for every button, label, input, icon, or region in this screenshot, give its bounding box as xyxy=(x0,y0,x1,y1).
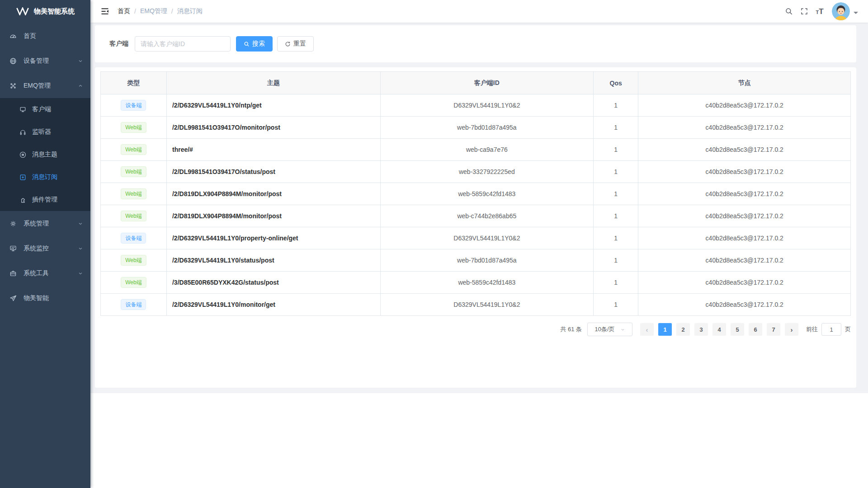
sidebar-item-label: 客户端 xyxy=(32,105,51,113)
topic-cell: /2/D819DLX904P8894M/monitor/post xyxy=(166,183,380,205)
table-body: 设备端 /2/D6329VL54419L1Y0/ntp/get D6329VL5… xyxy=(101,94,851,316)
node-cell: c40b2d8ea5c3@172.17.0.2 xyxy=(638,249,851,272)
topic-cell: /2/D6329VL54419L1Y0/status/post xyxy=(166,249,380,272)
monitor-chart-icon xyxy=(9,244,17,253)
table-row: Web端 /2/D819DLX904P8894M/monitor/post we… xyxy=(101,183,851,205)
pagination: 共 61 条 10条/页 ‹ 1234567 › 前往 页 xyxy=(100,323,851,336)
type-tag: Web端 xyxy=(121,277,146,288)
app-root: 物美智能系统 首页 设备管理 xyxy=(0,0,868,488)
topic-cell: /2/D6329VL54419L1Y0/monitor/get xyxy=(166,294,380,316)
node-cell: c40b2d8ea5c3@172.17.0.2 xyxy=(638,161,851,183)
table-row: Web端 /2/D6329VL54419L1Y0/status/post web… xyxy=(101,249,851,272)
sidebar-item-label: 消息主题 xyxy=(32,150,57,159)
page-button-2[interactable]: 2 xyxy=(676,323,690,336)
sidebar-item-message-subscription[interactable]: 消息订阅 xyxy=(0,166,90,188)
sidebar-menu: 首页 设备管理 EMQ管理 xyxy=(0,23,90,310)
type-cell: Web端 xyxy=(101,139,167,161)
search-icon xyxy=(244,41,250,47)
sidebar-item-system-monitoring[interactable]: 系统监控 xyxy=(0,236,90,261)
page-buttons: 1234567 xyxy=(656,323,783,336)
reset-button[interactable]: 重置 xyxy=(277,36,314,52)
topic-cell: /2/D6329VL54419L1Y0/property-online/get xyxy=(166,227,380,249)
column-header-topic: 主题 xyxy=(166,72,380,94)
client-id-cell: web-7bd01d87a495a xyxy=(380,117,593,139)
sidebar-item-client[interactable]: 客户端 xyxy=(0,98,90,121)
qos-cell: 1 xyxy=(593,139,638,161)
chevron-down-icon xyxy=(620,327,625,332)
type-tag: Web端 xyxy=(121,166,146,177)
globe-icon xyxy=(9,57,17,65)
page-button-6[interactable]: 6 xyxy=(749,323,762,336)
logo-icon xyxy=(16,7,29,15)
table-row: Web端 three/# web-ca9a7e76 1 c40b2d8ea5c3… xyxy=(101,139,851,161)
chevron-down-icon[interactable] xyxy=(854,12,858,16)
next-page-button[interactable]: › xyxy=(785,323,798,336)
chevron-down-icon xyxy=(78,58,83,64)
page-button-3[interactable]: 3 xyxy=(694,323,708,336)
fullscreen-button[interactable] xyxy=(797,0,812,23)
table-header-row: 类型 主题 客户端ID Qos 节点 xyxy=(101,72,851,94)
page-size-select[interactable]: 10条/页 xyxy=(587,323,632,336)
sidebar-item-listener[interactable]: 监听器 xyxy=(0,121,90,143)
prev-page-button[interactable]: ‹ xyxy=(640,323,654,336)
sidebar-item-system-management[interactable]: 系统管理 xyxy=(0,211,90,236)
sidebar-item-emq-management[interactable]: EMQ管理 xyxy=(0,73,90,98)
chevron-up-icon xyxy=(78,83,83,89)
page-button-7[interactable]: 7 xyxy=(767,323,780,336)
search-button[interactable]: 搜索 xyxy=(236,36,273,52)
sidebar-item-label: 系统管理 xyxy=(24,220,49,228)
qos-cell: 1 xyxy=(593,227,638,249)
client-id-cell: D6329VL54419L1Y0&2 xyxy=(380,294,593,316)
page-button-4[interactable]: 4 xyxy=(712,323,726,336)
column-header-client-id: 客户端ID xyxy=(380,72,593,94)
header-search-button[interactable] xyxy=(781,0,797,23)
page-button-1[interactable]: 1 xyxy=(658,323,672,336)
total-count: 共 61 条 xyxy=(560,325,582,333)
breadcrumb-separator: / xyxy=(171,8,173,15)
topic-cell: three/# xyxy=(166,139,380,161)
avatar-image xyxy=(832,2,850,20)
app-logo[interactable]: 物美智能系统 xyxy=(0,0,90,23)
sidebar-item-home[interactable]: 首页 xyxy=(0,23,90,48)
search-icon xyxy=(785,7,793,15)
sidebar-item-label: 插件管理 xyxy=(32,196,57,204)
breadcrumb-home[interactable]: 首页 xyxy=(118,7,130,15)
avatar[interactable] xyxy=(832,2,850,20)
sidebar-item-label: 消息订阅 xyxy=(32,173,57,181)
client-id-cell: web-c744b2e86ab65 xyxy=(380,205,593,227)
font-size-icon: T xyxy=(816,10,819,15)
page-button-5[interactable]: 5 xyxy=(731,323,744,336)
qos-cell: 1 xyxy=(593,117,638,139)
sidebar-item-wumei-smart[interactable]: 物美智能 xyxy=(0,286,90,310)
qos-cell: 1 xyxy=(593,94,638,117)
dashboard-icon xyxy=(9,32,17,40)
qos-cell: 1 xyxy=(593,294,638,316)
fold-menu-icon xyxy=(100,7,109,16)
goto-page-input[interactable] xyxy=(821,323,841,336)
client-id-cell: web-5859c42fd1483 xyxy=(380,272,593,294)
type-tag: 设备端 xyxy=(121,299,146,310)
client-id-input[interactable] xyxy=(135,36,231,52)
client-id-cell: web-5859c42fd1483 xyxy=(380,183,593,205)
node-cell: c40b2d8ea5c3@172.17.0.2 xyxy=(638,272,851,294)
sidebar-toggle[interactable] xyxy=(100,7,109,16)
breadcrumb-current: 消息订阅 xyxy=(177,7,203,15)
sidebar-item-device-management[interactable]: 设备管理 xyxy=(0,48,90,73)
fullscreen-icon xyxy=(800,7,808,15)
app-title: 物美智能系统 xyxy=(34,7,75,16)
sidebar-item-system-tools[interactable]: 系统工具 xyxy=(0,261,90,286)
type-cell: Web端 xyxy=(101,205,167,227)
refresh-icon xyxy=(285,41,291,47)
client-id-cell: web-3327922225ed xyxy=(380,161,593,183)
sidebar-item-plugin-management[interactable]: 插件管理 xyxy=(0,188,90,211)
subscription-table-panel: 类型 主题 客户端ID Qos 节点 设备端 /2/D6329VL54419L1… xyxy=(95,67,856,388)
table-row: Web端 /3/D85E00R65DYXK42G/status/post web… xyxy=(101,272,851,294)
type-cell: Web端 xyxy=(101,272,167,294)
sidebar-item-label: 物美智能 xyxy=(24,294,49,302)
type-tag: Web端 xyxy=(121,144,146,155)
search-panel: 客户端 搜索 重置 xyxy=(95,25,856,62)
emq-submenu: 客户端 监听器 消息主题 xyxy=(0,98,90,211)
sidebar-item-message-topic[interactable]: 消息主题 xyxy=(0,143,90,166)
font-size-button[interactable]: TT xyxy=(812,0,827,23)
table-row: 设备端 /2/D6329VL54419L1Y0/ntp/get D6329VL5… xyxy=(101,94,851,117)
